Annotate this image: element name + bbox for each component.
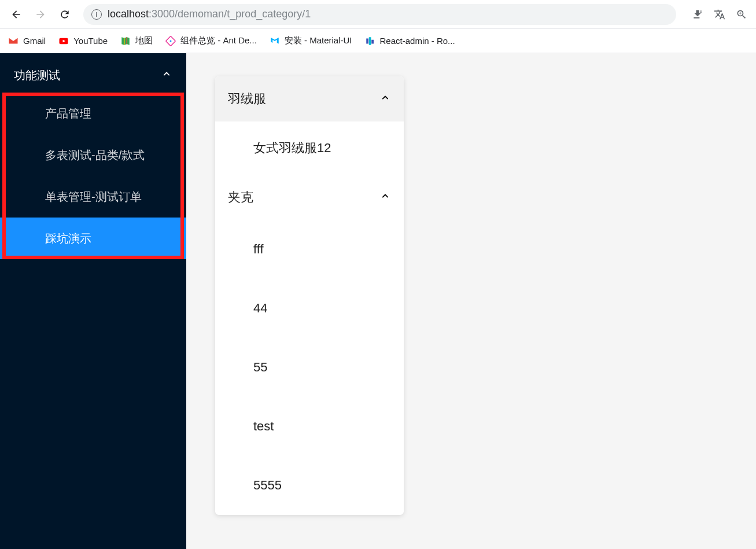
sidebar-item-product-mgmt[interactable]: 产品管理 <box>0 93 186 134</box>
svg-rect-5 <box>371 39 374 43</box>
info-icon[interactable]: i <box>91 9 102 20</box>
list-item-label: 44 <box>253 301 267 316</box>
bookmark-react-admin[interactable]: React-admin - Ro... <box>365 36 455 46</box>
sidebar: 功能测试 产品管理 多表测试-品类/款式 单表管理-测试订单 踩坑演示 <box>0 53 186 549</box>
maps-icon <box>120 36 131 46</box>
list-item-label: 女式羽绒服12 <box>253 139 331 157</box>
main-content: 羽绒服 女式羽绒服12 夹克 fff 44 55 <box>186 53 756 549</box>
bookmark-label: 安装 - Material-UI <box>285 35 352 46</box>
list-item[interactable]: 女式羽绒服12 <box>215 121 404 175</box>
list-item[interactable]: 5555 <box>215 456 404 515</box>
react-admin-icon <box>365 36 375 46</box>
gmail-icon <box>8 36 19 46</box>
bookmark-mui[interactable]: 安装 - Material-UI <box>270 35 352 46</box>
list-item[interactable]: test <box>215 397 404 456</box>
install-app-icon[interactable] <box>689 6 706 23</box>
browser-toolbar: i localhost:3000/demoman/t_prod_category… <box>0 0 756 29</box>
translate-icon[interactable] <box>711 6 728 23</box>
category-panel: 羽绒服 女式羽绒服12 夹克 fff 44 55 <box>215 76 404 515</box>
sidebar-item-pitfall-demo[interactable]: 踩坑演示 <box>0 218 186 259</box>
sidebar-group-label: 功能测试 <box>14 68 60 83</box>
sidebar-submenu: 产品管理 多表测试-品类/款式 单表管理-测试订单 踩坑演示 <box>0 93 186 259</box>
svg-point-2 <box>170 40 172 42</box>
toolbar-right <box>689 6 750 23</box>
svg-rect-4 <box>368 37 371 45</box>
bookmark-label: React-admin - Ro... <box>380 36 455 46</box>
bookmark-maps[interactable]: 地图 <box>120 35 153 46</box>
sidebar-group-header[interactable]: 功能测试 <box>0 58 186 93</box>
list-item-label: 5555 <box>253 478 282 493</box>
bookmark-label: 地图 <box>135 35 153 46</box>
app-container: 功能测试 产品管理 多表测试-品类/款式 单表管理-测试订单 踩坑演示 <box>0 53 756 549</box>
url-path: :3000/demoman/t_prod_category/1 <box>149 8 311 20</box>
sidebar-item-single-table[interactable]: 单表管理-测试订单 <box>0 176 186 218</box>
panel-section-title: 羽绒服 <box>228 90 266 108</box>
bookmark-gmail[interactable]: Gmail <box>8 36 46 46</box>
reload-icon <box>59 9 71 20</box>
antd-icon <box>165 36 176 46</box>
bookmark-antd[interactable]: 组件总览 - Ant De... <box>165 35 257 46</box>
chevron-up-icon <box>379 92 391 106</box>
sidebar-item-label: 产品管理 <box>45 106 91 121</box>
bookmark-youtube[interactable]: YouTube <box>58 36 108 46</box>
bookmark-label: Gmail <box>23 36 46 46</box>
svg-rect-3 <box>366 38 368 43</box>
mui-icon <box>270 36 280 46</box>
bookmarks-bar: Gmail YouTube 地图 组件总览 - Ant De... 安装 - M… <box>0 29 756 53</box>
arrow-left-icon <box>10 9 22 20</box>
sidebar-item-label: 踩坑演示 <box>45 231 91 246</box>
panel-section-title: 夹克 <box>228 189 253 206</box>
list-item[interactable]: 44 <box>215 279 404 338</box>
url-display: localhost:3000/demoman/t_prod_category/1 <box>108 8 311 20</box>
chevron-up-icon <box>379 190 391 204</box>
forward-button[interactable] <box>30 4 51 25</box>
address-bar[interactable]: i localhost:3000/demoman/t_prod_category… <box>83 4 676 25</box>
reload-button[interactable] <box>54 4 75 25</box>
youtube-icon <box>58 36 69 46</box>
bookmark-label: 组件总览 - Ant De... <box>180 35 257 46</box>
list-item[interactable]: 55 <box>215 338 404 397</box>
zoom-icon[interactable] <box>733 6 750 23</box>
list-item[interactable]: fff <box>215 220 404 279</box>
sidebar-item-label: 多表测试-品类/款式 <box>45 148 145 163</box>
url-host: localhost <box>108 8 149 20</box>
panel-section-header-down-jacket[interactable]: 羽绒服 <box>215 76 404 121</box>
arrow-right-icon <box>35 9 46 20</box>
panel-section-header-jacket[interactable]: 夹克 <box>215 175 404 220</box>
sidebar-item-multi-table[interactable]: 多表测试-品类/款式 <box>0 134 186 176</box>
chevron-up-icon <box>161 68 172 82</box>
list-item-label: 55 <box>253 360 267 375</box>
sidebar-item-label: 单表管理-测试订单 <box>45 189 142 205</box>
bookmark-label: YouTube <box>73 36 108 46</box>
back-button[interactable] <box>6 4 27 25</box>
list-item-label: fff <box>253 242 264 257</box>
list-item-label: test <box>253 419 274 434</box>
